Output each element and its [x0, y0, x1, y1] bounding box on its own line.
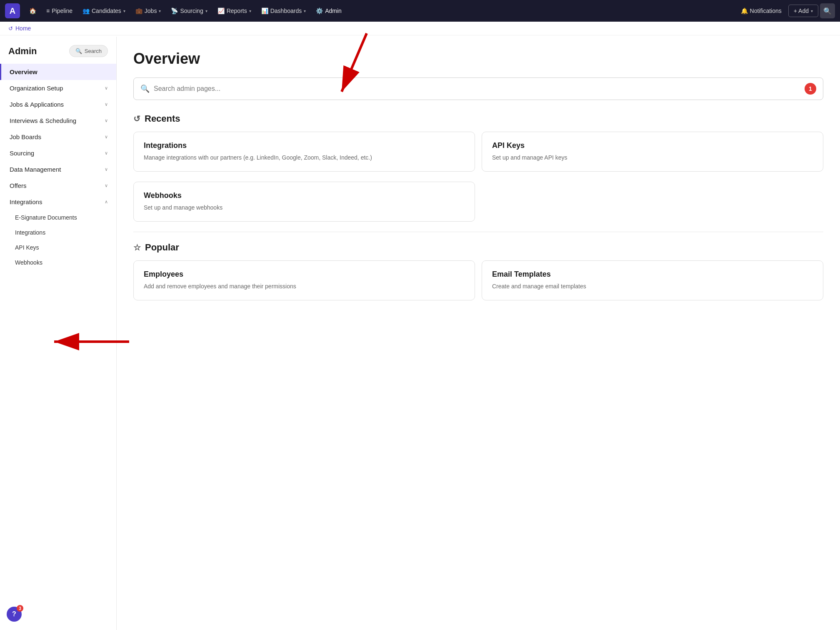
- page-layout: Admin 🔍 Search Overview Organization Set…: [0, 37, 840, 630]
- search-icon: 🔍: [75, 48, 82, 54]
- nav-add[interactable]: + Add ▾: [788, 5, 818, 17]
- nav-jobs[interactable]: 💼 Jobs ▾: [131, 5, 165, 17]
- sidebar-item-jobs-apps[interactable]: Jobs & Applications ∨: [0, 96, 116, 112]
- nav-admin[interactable]: ⚙️ Admin: [312, 5, 346, 17]
- help-badge: 3: [17, 605, 23, 612]
- chevron-down-icon: ▾: [304, 9, 306, 13]
- dashboards-icon: 📊: [261, 8, 268, 14]
- pipeline-icon: ≡: [46, 8, 50, 14]
- recent-cards-grid: Integrations Manage integrations with ou…: [133, 132, 823, 172]
- reports-icon: 📈: [218, 8, 225, 14]
- nav-candidates[interactable]: 👥 Candidates ▾: [78, 5, 130, 17]
- search-icon: 🔍: [823, 7, 832, 15]
- sidebar-item-interviews[interactable]: Interviews & Scheduling ∨: [0, 112, 116, 129]
- card-email-templates[interactable]: Email Templates Create and manage email …: [482, 260, 823, 300]
- sidebar-sub-e-signature[interactable]: E-Signature Documents: [0, 210, 116, 225]
- star-icon: ☆: [133, 242, 141, 252]
- sidebar-sub-api-keys[interactable]: API Keys 2: [0, 240, 116, 255]
- chevron-up-icon: ∧: [105, 199, 108, 205]
- admin-search-input[interactable]: [154, 85, 800, 92]
- chevron-down-icon: ▾: [159, 9, 161, 13]
- chevron-down-icon: ▾: [249, 9, 251, 13]
- popular-section-header: ☆ Popular: [133, 242, 823, 253]
- sidebar-item-integrations[interactable]: Integrations ∧: [0, 194, 116, 210]
- sidebar: Admin 🔍 Search Overview Organization Set…: [0, 37, 117, 630]
- card-integrations[interactable]: Integrations Manage integrations with ou…: [133, 132, 475, 172]
- search-icon: 🔍: [140, 84, 150, 93]
- sidebar-item-sourcing[interactable]: Sourcing ∨: [0, 145, 116, 161]
- popular-cards-grid: Employees Add and remove employees and m…: [133, 260, 823, 300]
- sidebar-sub-webhooks[interactable]: Webhooks: [0, 255, 116, 270]
- candidates-icon: 👥: [82, 8, 90, 14]
- sidebar-item-offers[interactable]: Offers ∨: [0, 178, 116, 194]
- card-employees[interactable]: Employees Add and remove employees and m…: [133, 260, 475, 300]
- chevron-down-icon: ∨: [105, 85, 108, 91]
- nav-search-button[interactable]: 🔍: [820, 3, 835, 18]
- bell-icon: 🔔: [741, 8, 748, 14]
- chevron-down-icon: ∨: [105, 167, 108, 172]
- sourcing-icon: 📡: [171, 8, 178, 14]
- chevron-down-icon: ∨: [105, 183, 108, 188]
- nav-notifications[interactable]: 🔔 Notifications: [736, 5, 787, 17]
- breadcrumb: ↺ Home: [0, 22, 840, 35]
- recents-section-header: ↺ Recents: [133, 113, 823, 124]
- callout-badge-1: 1: [805, 83, 816, 95]
- logo[interactable]: A: [5, 3, 20, 18]
- history-icon: ↺: [8, 25, 13, 32]
- home-icon: 🏠: [29, 8, 36, 14]
- nav-reports[interactable]: 📈 Reports ▾: [213, 5, 255, 17]
- breadcrumb-home[interactable]: Home: [15, 25, 31, 32]
- sidebar-item-org-setup[interactable]: Organization Setup ∨: [0, 80, 116, 96]
- jobs-icon: 💼: [135, 8, 142, 14]
- top-navigation: A 🏠 ≡ Pipeline 👥 Candidates ▾ 💼 Jobs ▾ 📡…: [0, 0, 840, 22]
- sidebar-header: Admin 🔍 Search: [0, 45, 116, 64]
- chevron-down-icon: ▾: [123, 9, 125, 13]
- page-title: Overview: [133, 50, 823, 68]
- admin-search-bar[interactable]: 🔍 1: [133, 78, 823, 100]
- sidebar-sub-integrations[interactable]: Integrations: [0, 225, 116, 240]
- chevron-down-icon: ∨: [105, 102, 108, 107]
- sidebar-item-data-mgmt[interactable]: Data Management ∨: [0, 161, 116, 178]
- sidebar-item-overview[interactable]: Overview: [0, 64, 116, 80]
- sidebar-search-button[interactable]: 🔍 Search: [69, 45, 108, 57]
- main-content: Overview 🔍 1 ↺ Recents Integrations Mana…: [117, 37, 840, 630]
- admin-icon: ⚙️: [316, 8, 323, 14]
- sidebar-title: Admin: [8, 46, 37, 57]
- nav-home[interactable]: 🏠: [25, 5, 40, 17]
- nav-pipeline[interactable]: ≡ Pipeline: [42, 5, 77, 17]
- section-divider: [133, 232, 823, 232]
- chevron-down-icon: ▾: [205, 9, 208, 13]
- sidebar-item-job-boards[interactable]: Job Boards ∨: [0, 129, 116, 145]
- chevron-down-icon: ∨: [105, 118, 108, 123]
- nav-sourcing[interactable]: 📡 Sourcing ▾: [167, 5, 211, 17]
- chevron-down-icon: ▾: [811, 9, 813, 13]
- card-webhooks[interactable]: Webhooks Set up and manage webhooks: [133, 182, 475, 222]
- chevron-down-icon: ∨: [105, 134, 108, 140]
- history-icon: ↺: [133, 114, 140, 124]
- card-api-keys[interactable]: API Keys Set up and manage API keys: [482, 132, 823, 172]
- nav-dashboards[interactable]: 📊 Dashboards ▾: [257, 5, 310, 17]
- chevron-down-icon: ∨: [105, 150, 108, 156]
